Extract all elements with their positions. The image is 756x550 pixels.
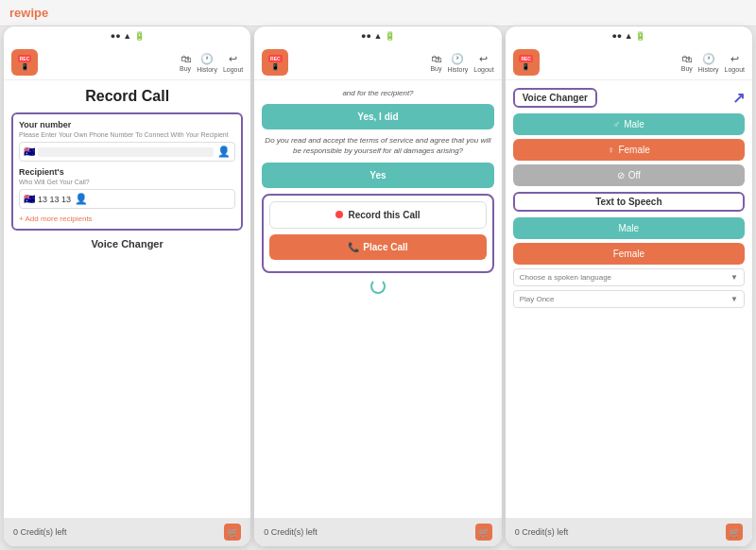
phone2-nav-logout[interactable]: ↩ Logout (473, 53, 493, 73)
logout-icon-3: ↩ (730, 53, 739, 65)
phone3-nav-logout[interactable]: ↩ Logout (725, 53, 745, 73)
history-icon-3: 🕐 (702, 53, 715, 65)
language-select[interactable]: Choose a spoken language ▼ (513, 268, 745, 286)
flag-au-2: 🇦🇺 (24, 194, 35, 204)
phone-call-icon: 📞 (348, 242, 359, 252)
play-once-select[interactable]: Play Once ▼ (513, 290, 745, 308)
phone2-status-bar: ●● ▲ 🔋 (254, 26, 501, 45)
your-number-section: Your number Please Enter Your Own Phone … (11, 112, 243, 231)
male-symbol-1: ♂ (613, 119, 621, 129)
flag-au: 🇦🇺 (24, 146, 35, 157)
phone3-battery: 🔋 (635, 31, 645, 41)
your-number-input[interactable]: 🇦🇺 👤 (19, 142, 235, 162)
buy-icon-2: 🛍 (431, 53, 441, 64)
logout-icon-2: ↩ (479, 53, 488, 65)
yes-i-did-button[interactable]: Yes, I did (262, 104, 493, 129)
phone2-header: REC 📱 🛍 Buy 🕐 History ↩ Logout (254, 45, 501, 80)
voice-changer-label: Voice Changer (11, 238, 243, 249)
terms-text-2: Do you read and accept the terms of serv… (262, 135, 493, 156)
phone3-nav: 🛍 Buy 🕐 History ↩ Logout (681, 53, 745, 73)
phone1-signal: ●● ▲ (111, 31, 131, 41)
chevron-down-icon: ▼ (730, 273, 738, 282)
phone1-credits: 0 Credit(s) left (13, 527, 67, 537)
record-dot-icon (335, 211, 343, 218)
phone-1: ●● ▲ 🔋 REC 📱 🛍 Buy 🕐 History ↩ (4, 26, 250, 546)
phone1-logo: REC 📱 (11, 49, 38, 76)
phone2-logo: REC 📱 (262, 49, 288, 76)
phone1-body: Record Call Your number Please Enter You… (4, 80, 250, 518)
phone2-footer: 0 Credit(s) left 🛒 (254, 518, 501, 546)
voice-male-1-button[interactable]: ♂ Male (513, 113, 745, 135)
yes-button[interactable]: Yes (262, 163, 493, 188)
phone3-status-bar: ●● ▲ 🔋 (506, 26, 752, 45)
female-symbol-1: ♀ (608, 145, 615, 155)
phone3-footer: 0 Credit(s) left 🛒 (506, 518, 752, 546)
phones-container: ●● ▲ 🔋 REC 📱 🛍 Buy 🕐 History ↩ (0, 26, 756, 550)
phone3-header: REC 📱 🛍 Buy 🕐 History ↩ Logout (506, 45, 752, 80)
phone1-nav-history[interactable]: 🕐 History (197, 53, 217, 73)
phone1-battery: 🔋 (134, 31, 145, 41)
add-recipient-link[interactable]: + Add more recipients (19, 215, 235, 223)
loading-spinner (370, 279, 386, 294)
text-to-speech-badge: Text to Speech (513, 192, 745, 212)
phone2-credits: 0 Credit(s) left (264, 527, 318, 537)
phone-3: ●● ▲ 🔋 REC 📱 🛍 Buy 🕐 History ↩ (506, 26, 752, 546)
chevron-down-icon-2: ▼ (730, 295, 738, 303)
history-icon: 🕐 (200, 53, 214, 65)
phone1-cart-icon[interactable]: 🛒 (224, 524, 241, 541)
recipient-input[interactable]: 🇦🇺 13 13 13 👤 (19, 189, 235, 209)
recipient-number-value: 13 13 13 (38, 195, 71, 204)
phone1-nav-buy[interactable]: 🛍 Buy (180, 53, 191, 73)
buy-icon-3: 🛍 (681, 53, 692, 64)
phone-2: ●● ▲ 🔋 REC 📱 🛍 Buy 🕐 History ↩ (254, 26, 501, 546)
phone2-battery: 🔋 (385, 31, 395, 41)
phone1-nav-logout[interactable]: ↩ Logout (223, 53, 243, 73)
off-icon: ⊘ (617, 170, 625, 180)
voice-changer-header: Voice Changer ↗ (513, 88, 745, 108)
phone2-signal: ●● ▲ (361, 31, 382, 41)
your-number-label: Your number (19, 120, 235, 129)
browser-logo: rewipe (9, 6, 48, 20)
phone2-nav: 🛍 Buy 🕐 History ↩ Logout (430, 53, 493, 73)
phone1-status-bar: ●● ▲ 🔋 (4, 26, 250, 45)
browser-bar: rewipe (0, 0, 756, 26)
phone3-rec-badge: REC (519, 55, 533, 62)
voice-off-button[interactable]: ⊘ Off (513, 164, 745, 186)
history-icon-2: 🕐 (451, 53, 464, 65)
voice-female-2-button[interactable]: Female (513, 243, 745, 265)
phone2-nav-history[interactable]: 🕐 History (447, 53, 468, 73)
record-call-button[interactable]: Record this Call (269, 201, 486, 229)
voice-female-1-button[interactable]: ♀ Female (513, 139, 745, 161)
phone3-cart-icon[interactable]: 🛒 (726, 524, 743, 541)
phone3-logo: REC 📱 (513, 49, 540, 76)
phone3-nav-buy[interactable]: 🛍 Buy (681, 53, 693, 73)
voice-changer-badge: Voice Changer (513, 88, 597, 108)
contact-icon-2: 👤 (75, 193, 88, 205)
phone1-rec-badge: REC (18, 55, 32, 62)
terms-text-1: and for the recipient? (262, 88, 493, 98)
contact-icon: 👤 (217, 146, 231, 158)
phone2-body: and for the recipient? Yes, I did Do you… (254, 80, 501, 518)
phone-number-field (38, 147, 214, 157)
loading-spinner-area (262, 279, 493, 294)
phone1-nav: 🛍 Buy 🕐 History ↩ Logout (180, 53, 243, 73)
record-call-title: Record Call (11, 88, 243, 105)
phone2-rec-badge: REC (268, 55, 283, 62)
buy-icon: 🛍 (180, 53, 191, 64)
phone3-credits: 0 Credit(s) left (515, 527, 569, 537)
phone1-header: REC 📱 🛍 Buy 🕐 History ↩ Logout (4, 45, 250, 80)
phone3-nav-history[interactable]: 🕐 History (698, 53, 719, 73)
record-actions-box: Record this Call 📞 Place Call (262, 194, 493, 273)
phone3-signal: ●● ▲ (611, 31, 632, 41)
place-call-button[interactable]: 📞 Place Call (269, 234, 486, 260)
phone3-body: Voice Changer ↗ ♂ Male ♀ Female ⊘ Off Te… (506, 80, 752, 518)
arrow-up-right-icon: ↗ (732, 89, 745, 107)
phone1-footer: 0 Credit(s) left 🛒 (4, 518, 250, 546)
your-number-hint: Please Enter Your Own Phone Number To Co… (19, 131, 235, 138)
phone2-nav-buy[interactable]: 🛍 Buy (430, 53, 441, 73)
phone2-cart-icon[interactable]: 🛒 (475, 524, 492, 541)
voice-male-2-button[interactable]: Male (513, 217, 745, 239)
logout-icon: ↩ (229, 53, 237, 65)
recipients-label: Recipient's (19, 167, 235, 177)
recipients-hint: Who Will Get Your Call? (19, 179, 235, 185)
